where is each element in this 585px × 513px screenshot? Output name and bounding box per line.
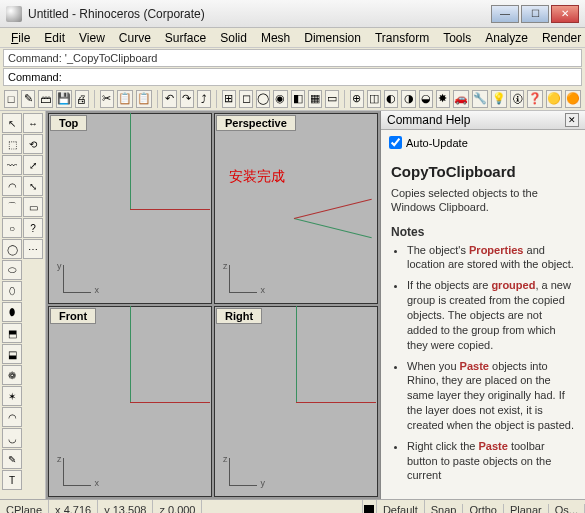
menu-render[interactable]: Render [535,29,585,47]
toolbar-button-9[interactable]: ↷ [180,90,194,108]
side-tool-21[interactable]: ⤡ [23,176,43,196]
side-tool-1[interactable]: ⬚ [2,134,22,154]
toolbar-button-29[interactable]: 🟡 [546,90,562,108]
toolbar-button-10[interactable]: ⤴ [197,90,211,108]
viewport-grid: Top xy Perspective 安装完成 xz Front [46,111,380,499]
help-command-title: CopyToClipboard [391,163,575,180]
toolbar-button-19[interactable]: ◫ [367,90,381,108]
axis-indicator: xz [63,458,91,486]
auto-update-input[interactable] [389,136,402,149]
help-command-desc: Copies selected objects to the Windows C… [391,186,575,215]
toolbar-button-5[interactable]: ✂ [100,90,114,108]
command-input[interactable] [64,71,577,83]
side-tool-3[interactable]: ◠ [2,176,22,196]
side-tool-0[interactable]: ↖ [2,113,22,133]
toolbar-button-13[interactable]: ◯ [256,90,270,108]
side-tool-8[interactable]: ⬯ [2,281,22,301]
menu-transform[interactable]: Transform [368,29,436,47]
side-tool-24[interactable]: ⋯ [23,239,43,259]
side-tool-11[interactable]: ⬓ [2,344,22,364]
side-tool-9[interactable]: ⬮ [2,302,22,322]
status-pane-ortho[interactable]: Ortho [463,504,504,514]
viewport-front[interactable]: Front xz [48,306,212,497]
command-history: Command: '_CopyToClipboard [3,49,582,67]
viewport-label-right[interactable]: Right [216,308,262,324]
status-pane-planar[interactable]: Planar [504,504,549,514]
side-tool-17[interactable]: T [2,470,22,490]
side-tool-16[interactable]: ✎ [2,449,22,469]
toolbar-button-25[interactable]: 🔧 [472,90,488,108]
menu-mesh[interactable]: Mesh [254,29,297,47]
toolbar-button-28[interactable]: ❓ [527,90,543,108]
menu-dimension[interactable]: Dimension [297,29,368,47]
toolbar-button-18[interactable]: ⊕ [350,90,364,108]
viewport-label-front[interactable]: Front [50,308,96,324]
maximize-button[interactable]: ☐ [521,5,549,23]
toolbar-button-24[interactable]: 🚗 [453,90,469,108]
menu-solid[interactable]: Solid [213,29,254,47]
side-tool-13[interactable]: ✶ [2,386,22,406]
toolbar-button-23[interactable]: ✸ [436,90,450,108]
toolbar-button-7[interactable]: 📋 [136,90,152,108]
side-tool-22[interactable]: ▭ [23,197,43,217]
toolbar-button-15[interactable]: ◧ [291,90,305,108]
help-panel-close-icon[interactable]: ✕ [565,113,579,127]
side-tool-20[interactable]: ⤢ [23,155,43,175]
side-tool-6[interactable]: ◯ [2,239,22,259]
toolbar-button-14[interactable]: ◉ [273,90,287,108]
toolbar-button-17[interactable]: ▭ [325,90,339,108]
help-notes-heading: Notes [391,225,575,239]
toolbar-button-21[interactable]: ◑ [401,90,415,108]
status-cplane[interactable]: CPlane [0,500,49,513]
viewport-label-top[interactable]: Top [50,115,87,131]
toolbar-button-4[interactable]: 🖨 [75,90,89,108]
help-panel-title: Command Help [387,113,470,127]
side-tool-15[interactable]: ◡ [2,428,22,448]
viewport-top[interactable]: Top xy [48,113,212,304]
status-pane-os[interactable]: Os... [549,504,585,514]
toolbar-button-30[interactable]: 🟠 [565,90,581,108]
side-tool-2[interactable]: 〰 [2,155,22,175]
viewport-label-perspective[interactable]: Perspective [216,115,296,131]
toolbar-button-22[interactable]: ◒ [419,90,433,108]
status-x: x 4.716 [49,500,98,513]
side-tool-5[interactable]: ○ [2,218,22,238]
auto-update-label: Auto-Update [406,137,468,149]
side-tool-18[interactable]: ↔ [23,113,43,133]
toolbar-button-8[interactable]: ↶ [162,90,176,108]
toolbar-button-3[interactable]: 💾 [56,90,72,108]
side-tool-4[interactable]: ⌒ [2,197,22,217]
menu-file[interactable]: File [4,29,37,47]
toolbar-button-12[interactable]: ◻ [239,90,253,108]
toolbar-button-0[interactable]: □ [4,90,18,108]
side-tool-14[interactable]: ◠ [2,407,22,427]
menu-analyze[interactable]: Analyze [478,29,535,47]
toolbar-button-6[interactable]: 📋 [117,90,133,108]
minimize-button[interactable]: — [491,5,519,23]
toolbar-button-27[interactable]: 🛈 [510,90,524,108]
menu-tools[interactable]: Tools [436,29,478,47]
command-line[interactable]: Command: [3,68,582,86]
viewport-right[interactable]: Right yz [214,306,378,497]
status-layer-swatch[interactable] [363,500,377,513]
menu-curve[interactable]: Curve [112,29,158,47]
toolbar-button-11[interactable]: ⊞ [222,90,236,108]
auto-update-checkbox[interactable]: Auto-Update [389,136,577,149]
side-tool-10[interactable]: ⬒ [2,323,22,343]
menu-edit[interactable]: Edit [37,29,72,47]
menu-view[interactable]: View [72,29,112,47]
side-tool-19[interactable]: ⟲ [23,134,43,154]
side-tool-23[interactable]: ? [23,218,43,238]
side-tool-12[interactable]: ❁ [2,365,22,385]
menu-surface[interactable]: Surface [158,29,213,47]
side-tool-7[interactable]: ⬭ [2,260,22,280]
status-pane-snap[interactable]: Snap [425,504,464,514]
toolbar-button-1[interactable]: ✎ [21,90,35,108]
toolbar-button-16[interactable]: ▦ [308,90,322,108]
toolbar-button-2[interactable]: 🗃 [38,90,52,108]
status-layer[interactable]: Default [377,500,425,513]
toolbar-button-26[interactable]: 💡 [491,90,507,108]
close-button[interactable]: ✕ [551,5,579,23]
toolbar-button-20[interactable]: ◐ [384,90,398,108]
viewport-perspective[interactable]: Perspective 安装完成 xz [214,113,378,304]
